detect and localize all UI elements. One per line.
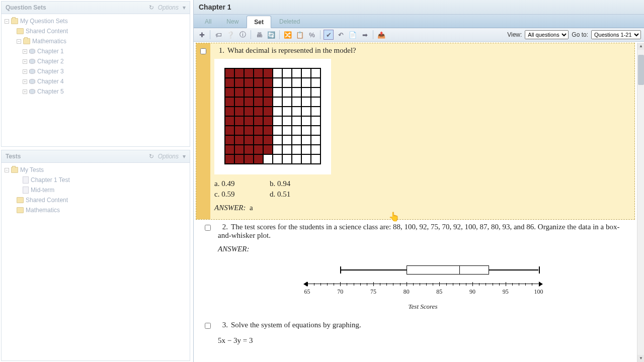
refresh-icon[interactable]: ↻ xyxy=(149,4,154,11)
choice-b: b. 0.94 xyxy=(270,179,315,188)
answer-label: ANSWER: xyxy=(214,204,246,212)
dropdown-icon[interactable]: ▾ xyxy=(183,4,186,11)
question-number: 3. xyxy=(218,321,228,329)
question-text: The test scores for the students in a sc… xyxy=(218,223,619,239)
question-1[interactable]: 1.What decimal is represented in the mod… xyxy=(196,43,635,220)
folder-icon xyxy=(17,28,24,34)
dropdown-icon[interactable]: ▾ xyxy=(183,153,186,160)
print-icon[interactable]: 🖶 xyxy=(254,30,264,40)
question-sets-panel: Question Sets ↻ Options ▾ −My Question S… xyxy=(1,1,190,147)
tree-chapter-2[interactable]: +Chapter 2 xyxy=(3,56,189,66)
db-icon xyxy=(29,89,35,94)
doc-icon xyxy=(23,176,29,184)
folder-icon xyxy=(23,38,30,44)
scrollbar[interactable]: ▲ ▼ xyxy=(637,43,644,362)
db-icon xyxy=(29,49,35,54)
tree-midterm[interactable]: Mid-term xyxy=(3,185,189,195)
tests-panel: Tests ↻ Options ▾ −My Tests Chapter 1 Te… xyxy=(1,150,190,361)
question-number: 1. xyxy=(214,46,224,55)
doc-icon xyxy=(23,187,29,194)
folder-icon xyxy=(17,207,24,213)
tab-all[interactable]: All xyxy=(198,16,218,28)
expand-icon[interactable]: + xyxy=(23,79,27,84)
folder-icon xyxy=(11,18,18,24)
collapse-icon[interactable]: − xyxy=(5,168,9,172)
panel-title: Question Sets xyxy=(6,4,46,11)
tree-tests-shared[interactable]: Shared Content xyxy=(3,195,189,205)
question-text: What decimal is represented in the model… xyxy=(227,46,356,54)
expand-icon[interactable]: + xyxy=(23,89,27,94)
decimal-grid-model xyxy=(214,59,331,174)
goto-select[interactable]: Questions 1-21 xyxy=(591,30,641,39)
tag-icon[interactable]: 🏷 xyxy=(213,30,223,40)
tree-chapter1-test[interactable]: Chapter 1 Test xyxy=(3,175,189,185)
scroll-down-icon[interactable]: ▼ xyxy=(637,355,644,362)
tree-my-question-sets[interactable]: −My Question Sets xyxy=(3,16,189,26)
page-title: Chapter 1 xyxy=(194,0,644,15)
question-3[interactable]: 3.Solve the system of equations by graph… xyxy=(196,318,635,352)
answer-value: a xyxy=(250,204,253,212)
expand-icon[interactable]: + xyxy=(23,59,27,64)
question-text: Solve the system of equations by graphin… xyxy=(231,321,361,329)
question-2[interactable]: 2.The test scores for the students in a … xyxy=(196,220,635,318)
folder-icon xyxy=(11,167,18,173)
panel-title: Tests xyxy=(6,153,21,160)
goto-label: Go to: xyxy=(572,31,588,38)
shuffle-icon[interactable]: 🔀 xyxy=(283,30,293,40)
db-icon xyxy=(29,69,35,74)
equation: 5x − 3y = 3 xyxy=(218,336,628,345)
tabs: All New Set Deleted xyxy=(194,15,644,28)
axis-label: Test Scores xyxy=(307,303,539,311)
tree-mathematics[interactable]: −Mathematics xyxy=(3,36,189,46)
check-icon[interactable]: ✔ xyxy=(324,30,334,40)
boxplot: 65707580859095100 Test Scores xyxy=(307,263,539,311)
scroll-up-icon[interactable]: ▲ xyxy=(637,43,644,50)
tab-set[interactable]: Set xyxy=(247,16,271,28)
select-checkbox[interactable] xyxy=(205,323,211,329)
choice-c: c. 0.59 xyxy=(214,190,260,199)
tests-header: Tests ↻ Options ▾ xyxy=(2,150,190,163)
page-icon[interactable]: 📄 xyxy=(348,30,358,40)
help-icon[interactable]: ❔ xyxy=(225,30,235,40)
db-icon xyxy=(29,79,35,84)
collapse-icon[interactable]: − xyxy=(17,39,21,44)
view-select[interactable]: All questions xyxy=(525,30,569,39)
select-checkbox[interactable] xyxy=(205,225,211,231)
refresh-icon[interactable]: ↻ xyxy=(149,153,154,160)
tab-new[interactable]: New xyxy=(219,16,246,28)
question-sets-header: Question Sets ↻ Options ▾ xyxy=(2,2,190,14)
expand-icon[interactable]: + xyxy=(23,49,27,54)
tree-my-tests[interactable]: −My Tests xyxy=(3,165,189,175)
undo-icon[interactable]: ↶ xyxy=(336,30,346,40)
choice-d: d. 0.51 xyxy=(270,190,315,199)
percent-icon[interactable]: % xyxy=(307,30,317,40)
choice-a: a. 0.49 xyxy=(214,179,260,188)
options-link[interactable]: Options xyxy=(158,4,179,11)
answer-choices: a. 0.49 b. 0.94 c. 0.59 d. 0.51 xyxy=(214,179,627,199)
export-icon[interactable]: 📤 xyxy=(376,30,386,40)
tree-chapter-1[interactable]: +Chapter 1 xyxy=(3,46,189,56)
db-icon xyxy=(29,59,35,64)
copy-icon[interactable]: 📋 xyxy=(295,30,305,40)
tree-chapter-4[interactable]: +Chapter 4 xyxy=(3,76,189,86)
add-icon[interactable]: ✚ xyxy=(197,30,207,40)
tree-chapter-3[interactable]: +Chapter 3 xyxy=(3,66,189,76)
tree-shared-content[interactable]: Shared Content xyxy=(3,26,189,36)
toolbar: ✚ 🏷 ❔ ⓘ 🖶 🔄 🔀 📋 % ✔ ↶ 📄 ➡ 📤 View: All qu… xyxy=(194,28,644,42)
expand-icon[interactable]: + xyxy=(23,69,27,74)
refresh-icon[interactable]: 🔄 xyxy=(266,30,276,40)
answer-label: ANSWER: xyxy=(218,245,628,253)
scroll-thumb[interactable] xyxy=(638,55,644,85)
tab-deleted[interactable]: Deleted xyxy=(272,16,307,28)
view-label: View: xyxy=(507,31,522,38)
options-link[interactable]: Options xyxy=(158,153,179,160)
select-checkbox[interactable] xyxy=(200,48,206,54)
forward-icon[interactable]: ➡ xyxy=(360,30,370,40)
collapse-icon[interactable]: − xyxy=(5,19,9,24)
tree-tests-math[interactable]: Mathematics xyxy=(3,205,189,215)
tree-chapter-5[interactable]: +Chapter 5 xyxy=(3,86,189,97)
content-area: 1.What decimal is represented in the mod… xyxy=(194,43,637,362)
folder-icon xyxy=(17,197,24,203)
question-number: 2. xyxy=(218,223,228,231)
info-icon[interactable]: ⓘ xyxy=(237,30,248,40)
